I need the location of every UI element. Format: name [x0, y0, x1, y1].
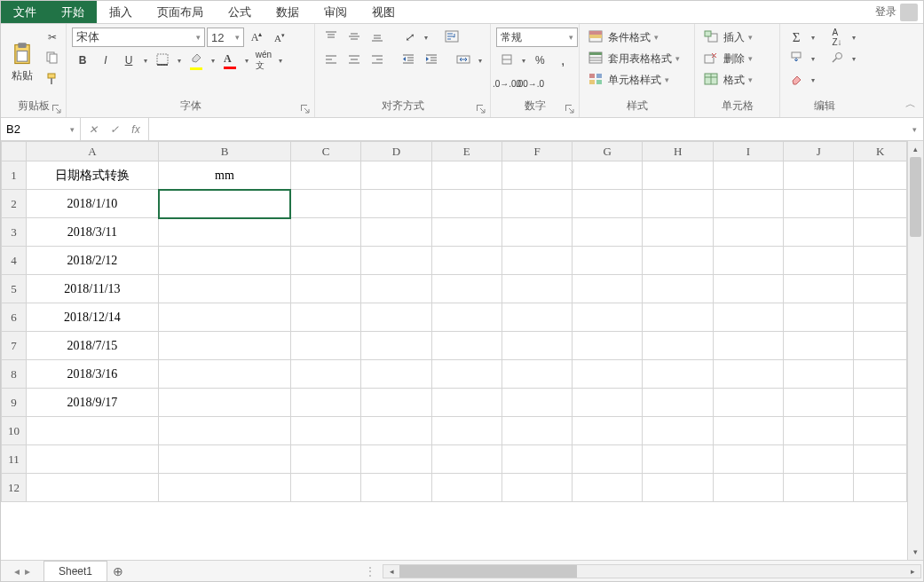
grid[interactable]: ABCDEFGHIJK1日期格式转换mm22018/1/1032018/3/11… [1, 141, 907, 560]
cell-H11[interactable] [643, 445, 713, 474]
cell-A10[interactable] [26, 417, 158, 445]
login-button[interactable]: 登录 [875, 1, 923, 23]
cell-G2[interactable] [573, 190, 643, 218]
cell-B3[interactable] [159, 218, 291, 247]
cell-A8[interactable]: 2018/3/16 [26, 360, 158, 389]
cell-J7[interactable] [784, 332, 854, 360]
scroll-up-button[interactable]: ▴ [908, 141, 923, 157]
cell-G6[interactable] [573, 303, 643, 332]
row-header-1[interactable]: 1 [2, 161, 27, 190]
row-header-4[interactable]: 4 [2, 247, 27, 275]
col-header-G[interactable]: G [573, 142, 643, 161]
cell-A5[interactable]: 2018/11/13 [26, 275, 158, 303]
enter-formula-button[interactable]: ✓ [106, 121, 123, 138]
row-header-5[interactable]: 5 [2, 275, 27, 303]
cell-A6[interactable]: 2018/12/14 [26, 303, 158, 332]
insert-cells-button[interactable]: 插入 ▾ [700, 28, 774, 47]
cell-H3[interactable] [643, 218, 713, 247]
tab-insert[interactable]: 插入 [97, 1, 145, 23]
cell-G5[interactable] [573, 275, 643, 303]
cell-C9[interactable] [290, 389, 360, 417]
cell-B11[interactable] [159, 445, 291, 474]
increase-decimal-button[interactable]: .0→.00 [496, 74, 517, 93]
font-name-select[interactable]: 宋体▾ [72, 28, 205, 47]
cell-C7[interactable] [290, 332, 360, 360]
cell-D4[interactable] [361, 247, 431, 275]
cell-J4[interactable] [784, 247, 854, 275]
cell-J10[interactable] [784, 417, 854, 445]
cell-I1[interactable] [713, 161, 783, 190]
fill-color-dropdown[interactable] [209, 51, 217, 70]
col-header-K[interactable]: K [854, 142, 907, 161]
cell-B5[interactable] [159, 275, 291, 303]
name-box[interactable]: ▾ [1, 118, 81, 140]
phonetic-dropdown[interactable] [276, 51, 285, 70]
autosum-button[interactable]: Σ [786, 28, 807, 47]
col-header-J[interactable]: J [784, 142, 854, 161]
cell-G4[interactable] [573, 247, 643, 275]
name-box-dropdown[interactable]: ▾ [70, 125, 75, 134]
cell-I7[interactable] [713, 332, 783, 360]
clipboard-dialog-launcher[interactable] [51, 104, 62, 114]
cell-C12[interactable] [290, 474, 360, 502]
cell-E7[interactable] [431, 332, 501, 360]
col-header-F[interactable]: F [501, 142, 572, 161]
split-handle[interactable]: ⋮ [359, 565, 381, 578]
cell-D9[interactable] [361, 389, 431, 417]
alignment-dialog-launcher[interactable] [476, 104, 486, 114]
tab-review[interactable]: 审阅 [312, 1, 359, 23]
cell-J12[interactable] [784, 474, 854, 502]
vscroll-thumb[interactable] [910, 157, 921, 237]
cell-J6[interactable] [784, 303, 854, 332]
fill-dropdown[interactable] [809, 49, 817, 68]
cell-K7[interactable] [854, 332, 907, 360]
cell-A3[interactable]: 2018/3/11 [26, 218, 158, 247]
cell-A12[interactable] [26, 474, 158, 502]
cell-J2[interactable] [784, 190, 854, 218]
add-sheet-button[interactable]: ⊕ [107, 564, 129, 578]
row-header-10[interactable]: 10 [2, 417, 27, 445]
cell-K8[interactable] [854, 360, 907, 389]
cell-K11[interactable] [854, 445, 907, 474]
cell-H5[interactable] [643, 275, 713, 303]
font-color-button[interactable]: A [219, 51, 241, 70]
cell-A11[interactable] [26, 445, 158, 474]
cell-B7[interactable] [159, 332, 291, 360]
cell-F4[interactable] [501, 247, 572, 275]
cell-E10[interactable] [431, 417, 501, 445]
comma-button[interactable]: , [552, 51, 573, 70]
cell-K9[interactable] [854, 389, 907, 417]
sort-filter-button[interactable]: AZ↓ [826, 28, 848, 47]
tab-formulas[interactable]: 公式 [216, 1, 264, 23]
cell-C11[interactable] [290, 445, 360, 474]
number-format-select[interactable]: 常规▾ [496, 28, 578, 47]
cell-F1[interactable] [501, 161, 572, 190]
cell-E12[interactable] [431, 474, 501, 502]
format-cells-button[interactable]: 格式 ▾ [700, 70, 774, 90]
cell-D1[interactable] [361, 161, 431, 190]
cell-B1[interactable]: mm [159, 161, 291, 190]
bold-button[interactable]: B [72, 51, 93, 70]
cell-H7[interactable] [643, 332, 713, 360]
borders-button[interactable] [152, 51, 173, 70]
cell-F11[interactable] [501, 445, 572, 474]
cell-C8[interactable] [290, 360, 360, 389]
font-color-dropdown[interactable] [242, 51, 251, 70]
collapse-ribbon-button[interactable]: ︿ [905, 97, 916, 112]
cell-B2[interactable] [159, 190, 291, 218]
cell-D2[interactable] [361, 190, 431, 218]
cell-F12[interactable] [501, 474, 572, 502]
cell-B10[interactable] [159, 417, 291, 445]
cell-F9[interactable] [501, 389, 572, 417]
find-select-button[interactable] [826, 49, 848, 68]
cell-J3[interactable] [784, 218, 854, 247]
align-bottom-button[interactable] [367, 28, 388, 47]
cell-J8[interactable] [784, 360, 854, 389]
italic-button[interactable]: I [95, 51, 116, 70]
cell-G10[interactable] [573, 417, 643, 445]
clear-dropdown[interactable] [809, 70, 817, 90]
cell-A1[interactable]: 日期格式转换 [26, 161, 158, 190]
cell-K3[interactable] [854, 218, 907, 247]
vertical-scrollbar[interactable]: ▴ ▾ [907, 141, 923, 560]
format-as-table-button[interactable]: 套用表格格式 ▾ [585, 49, 689, 68]
